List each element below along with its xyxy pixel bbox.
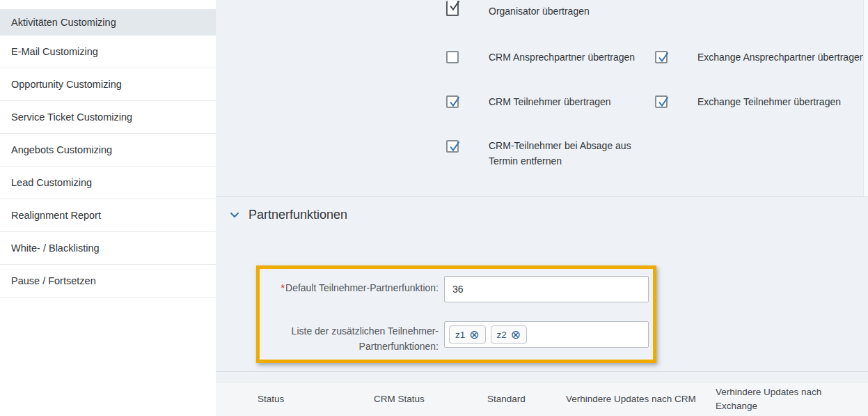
sidebar-item-label: Lead Customizing [11,177,92,188]
token-text: z1 [455,330,465,340]
sidebar-item-label: Aktivitäten Customizing [11,17,116,28]
checkbox-label: CRM-Teilnehmer bei Absage aus Termin ent… [489,138,659,169]
checkmark-icon [448,140,461,153]
checkmark-icon [448,95,461,108]
checkbox-exchange-teilnehmer-uebertragen[interactable] [655,95,668,108]
sidebar-item-white-blacklisting[interactable]: White- / Blacklisting [0,232,216,265]
checkbox-row-organisator: Organisator übertragen [446,0,590,22]
vertical-scrollbar[interactable] [863,0,868,197]
checkbox-label: Organisator übertragen [489,3,590,19]
token-remove-icon[interactable]: ⊗ [469,329,479,341]
checkbox-label: Exchange Teilnehmer übertragen [697,94,841,109]
column-header-status[interactable]: Status [258,392,284,406]
liste-partnerfunktionen-label: Liste der zusätzlichen Teilnehmer- Partn… [265,323,439,354]
liste-partnerfunktionen-token-input[interactable]: z1 ⊗ z2 ⊗ [444,321,649,348]
checkbox-label: CRM Ansprechpartner übertragen [489,49,635,65]
sidebar-item-service-ticket-customizing[interactable]: Service Ticket Customizing [0,101,216,134]
section-title: Partnerfunktionen [248,208,347,222]
sidebar-item-label: Service Ticket Customizing [11,111,132,123]
sync-options-panel: Organisator übertragen CRM Ansprechpartn… [216,0,868,197]
sidebar-item-label: White- / Blacklisting [11,242,100,254]
sidebar-item-realignment-report[interactable]: Realignment Report [0,199,216,232]
checkbox-exchange-ansprechpartner-uebertragen[interactable] [655,51,668,63]
sidebar-item-angebots-customizing[interactable]: Angebots Customizing [0,134,216,167]
checkmark-icon [657,51,670,63]
sidebar-item-email-customizing[interactable]: E-Mail Customizing [0,36,216,68]
section-divider-band [216,371,868,382]
default-partnerfunktion-label: *Default Teilnehmer-Partnerfunktion: [265,280,439,295]
token-z2[interactable]: z2 ⊗ [491,325,528,344]
column-header-verhindere-updates-exchange[interactable]: Verhindere Updates nach Exchange [716,385,839,413]
label-line1: Liste der zusätzlichen Teilnehmer- [292,325,439,337]
sidebar-item-pause-fortsetzen[interactable]: Pause / Fortsetzen [0,265,216,298]
sidebar-list: Aktivitäten Customizing E-Mail Customizi… [0,9,216,298]
sidebar-item-label: E-Mail Customizing [11,46,98,57]
sidebar: Aktivitäten Customizing E-Mail Customizi… [0,0,216,416]
checkbox-organisator-uebertragen[interactable] [446,1,459,16]
column-header-verhindere-updates-crm[interactable]: Verhindere Updates nach CRM [566,392,696,406]
token-text: z2 [497,330,507,340]
sidebar-item-lead-customizing[interactable]: Lead Customizing [0,167,216,199]
checkbox-label: Exchange Ansprechpartner übertragen [697,49,865,65]
label-line2: Partnerfunktionen: [359,341,439,352]
content-area: Organisator übertragen CRM Ansprechpartn… [216,0,868,416]
sidebar-item-aktivitaeten-customizing[interactable]: Aktivitäten Customizing [0,10,216,36]
default-partnerfunktion-input[interactable] [444,276,649,302]
label-text: Default Teilnehmer-Partnerfunktion: [285,282,439,293]
sidebar-item-label: Angebots Customizing [11,144,112,155]
checkbox-row-crm-teilnehmer-absage: CRM-Teilnehmer bei Absage aus Termin ent… [446,138,659,169]
checkbox-row-crm-ansprechpartner: CRM Ansprechpartner übertragen [446,46,635,68]
chevron-down-icon [230,212,239,218]
app-window: Aktivitäten Customizing E-Mail Customizi… [0,0,868,416]
column-header-crm-status[interactable]: CRM Status [374,392,425,406]
checkbox-row-exchange-ansprechpartner: Exchange Ansprechpartner übertragen [655,46,865,68]
token-z1[interactable]: z1 ⊗ [449,325,486,344]
sidebar-item-label: Realignment Report [11,210,101,221]
column-header-standard[interactable]: Standard [487,392,526,406]
section-header-partnerfunktionen[interactable]: Partnerfunktionen [230,208,347,222]
checkmark-icon [448,0,461,12]
token-remove-icon[interactable]: ⊗ [511,329,521,341]
checkbox-crm-teilnehmer-absage-entfernen[interactable] [446,140,459,153]
checkbox-row-crm-teilnehmer: CRM Teilnehmer übertragen [446,91,611,113]
checkbox-row-exchange-teilnehmer: Exchange Teilnehmer übertragen [655,91,841,113]
sidebar-item-label: Opportunity Customizing [11,79,122,90]
checkbox-label: CRM Teilnehmer übertragen [489,94,611,109]
status-table-header: Status CRM Status Standard Verhindere Up… [216,382,868,416]
checkbox-crm-teilnehmer-uebertragen[interactable] [446,95,459,108]
required-marker: * [281,282,285,293]
checkbox-crm-ansprechpartner-uebertragen[interactable] [446,51,459,63]
sidebar-item-label: Pause / Fortsetzen [11,275,96,286]
checkmark-icon [657,95,670,108]
sidebar-item-opportunity-customizing[interactable]: Opportunity Customizing [0,68,216,101]
